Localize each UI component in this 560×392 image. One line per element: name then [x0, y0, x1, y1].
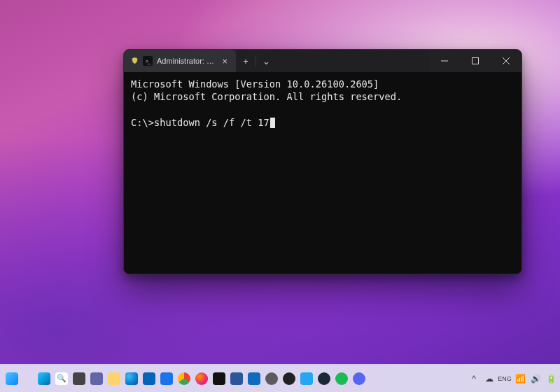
- firefox-icon: [195, 372, 208, 385]
- taskbar-item-store[interactable]: [159, 371, 174, 386]
- svg-rect-1: [472, 58, 479, 64]
- discord-icon: [353, 372, 365, 385]
- tab-title: Administrator: Command Pro: [157, 57, 215, 65]
- word-icon: [230, 372, 243, 385]
- terminal-prompt: C:\>: [131, 117, 154, 128]
- widgets-icon: [6, 372, 18, 385]
- folder-icon: [108, 372, 120, 385]
- vscode-icon: [300, 372, 313, 385]
- mail-icon: [248, 372, 260, 385]
- maximize-button[interactable]: [460, 50, 491, 72]
- tab-dropdown-button[interactable]: ⌄: [256, 50, 276, 72]
- taskbar-item-steam[interactable]: [316, 371, 332, 386]
- new-tab-button[interactable]: +: [236, 50, 255, 72]
- taskbar-item-firefox[interactable]: [194, 371, 209, 386]
- terminal-window: Administrator: Command Pro × + ⌄: [123, 49, 522, 274]
- taskbar-item-edge[interactable]: [124, 371, 139, 386]
- taskbar-item-chrome[interactable]: [176, 371, 192, 386]
- taskbar-item-task-view[interactable]: [71, 371, 87, 386]
- chat-icon: [90, 372, 103, 385]
- taskbar-item-start[interactable]: [36, 371, 52, 386]
- system-tray: ^ ☁ ENG 📶 🔊 🔋: [469, 365, 556, 392]
- widgets-button[interactable]: [4, 365, 20, 392]
- caption-buttons: [429, 50, 522, 72]
- store-icon: [160, 372, 173, 385]
- edge-icon: [125, 372, 138, 385]
- network-icon[interactable]: 📶: [515, 374, 525, 384]
- taskbar-item-terminal[interactable]: [211, 371, 227, 386]
- terminal-taskbar-icon: [213, 372, 225, 385]
- terminal-cursor: [270, 118, 275, 128]
- taskbar-item-vscode[interactable]: [299, 371, 314, 386]
- tabstrip: + ⌄: [236, 50, 429, 72]
- task-view-icon: [73, 372, 85, 385]
- taskbar-item-file-explorer[interactable]: [106, 371, 122, 386]
- minimize-button[interactable]: [429, 50, 460, 72]
- tray-chevron-up-icon[interactable]: ^: [469, 374, 479, 384]
- terminal-command: shutdown /s /f /t 17: [154, 117, 270, 128]
- tray-language[interactable]: ENG: [500, 374, 510, 384]
- start-icon: [38, 372, 50, 385]
- terminal-icon: [143, 56, 153, 66]
- spotify-icon: [335, 372, 348, 385]
- taskbar-center: 🔍: [36, 365, 367, 392]
- onedrive-icon[interactable]: ☁: [484, 374, 494, 384]
- outlook-icon: [143, 372, 155, 385]
- taskbar-item-chat[interactable]: [89, 371, 104, 386]
- taskbar-item-spotify[interactable]: [334, 371, 349, 386]
- terminal-line: (c) Microsoft Corporation. All rights re…: [131, 91, 402, 102]
- desktop-wallpaper: Administrator: Command Pro × + ⌄: [0, 0, 560, 392]
- close-button[interactable]: [491, 50, 522, 72]
- gear-icon: [265, 372, 278, 385]
- taskbar-item-word[interactable]: [229, 371, 244, 386]
- volume-icon[interactable]: 🔊: [531, 374, 540, 384]
- taskbar-item-discord[interactable]: [351, 371, 367, 386]
- taskbar-item-search[interactable]: 🔍: [54, 371, 69, 386]
- taskbar: 🔍 ^ ☁ ENG 📶 🔊 🔋: [0, 364, 560, 392]
- terminal-body[interactable]: Microsoft Windows [Version 10.0.26100.26…: [124, 72, 522, 274]
- taskbar-item-mail[interactable]: [246, 371, 262, 386]
- terminal-line: Microsoft Windows [Version 10.0.26100.26…: [131, 78, 379, 90]
- taskbar-item-settings[interactable]: [264, 371, 279, 386]
- titlebar[interactable]: Administrator: Command Pro × + ⌄: [124, 50, 522, 72]
- search-icon: 🔍: [55, 372, 68, 385]
- steam-icon: [318, 372, 330, 385]
- admin-shield-icon: [131, 57, 139, 66]
- battery-icon[interactable]: 🔋: [546, 374, 556, 384]
- chatgpt-icon: [283, 372, 295, 385]
- taskbar-item-chatgpt[interactable]: [281, 371, 297, 386]
- taskbar-item-outlook[interactable]: [141, 371, 157, 386]
- tab-active[interactable]: Administrator: Command Pro ×: [124, 50, 236, 72]
- tab-close-button[interactable]: ×: [219, 55, 230, 67]
- chrome-icon: [178, 372, 190, 385]
